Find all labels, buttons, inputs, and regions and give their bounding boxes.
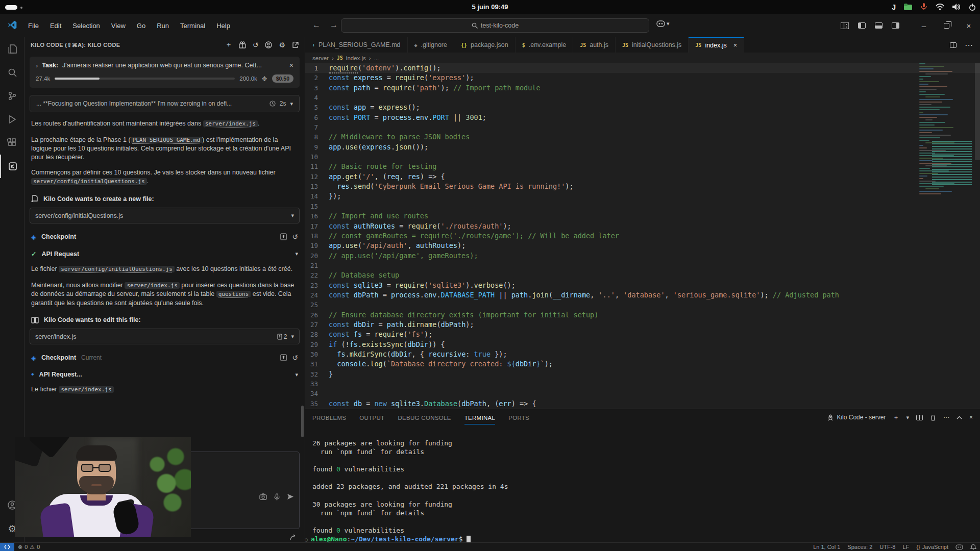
source-control-icon[interactable] — [0, 84, 24, 108]
menu-run[interactable]: Run — [151, 20, 175, 32]
code-line[interactable]: 15 — [305, 202, 980, 211]
code-line[interactable]: 6const PORT = process.env.PORT || 3001; — [305, 113, 980, 122]
kilo-settings-icon[interactable]: ⚙ — [279, 41, 285, 49]
api-request-row[interactable]: ✓ API Request ▾ — [24, 250, 305, 258]
code-line[interactable]: 1require('dotenv').config(); — [305, 63, 980, 73]
menu-help[interactable]: Help — [211, 20, 236, 32]
profile-icon[interactable] — [265, 41, 272, 48]
eol-sequence[interactable]: LF — [899, 543, 913, 551]
files-green-icon[interactable] — [904, 4, 912, 10]
code-line[interactable]: 13 res.send('Cyberpunk Email Serious Gam… — [305, 182, 980, 191]
tab-output[interactable]: OUTPUT — [359, 411, 384, 424]
code-line[interactable]: 12app.get('/', (req, res) => { — [305, 172, 980, 182]
terminal-instance-label[interactable]: Kilo Code - server — [827, 414, 886, 421]
editor-scrollbar[interactable] — [975, 63, 980, 160]
tab-problems[interactable]: PROBLEMS — [312, 411, 346, 424]
run-debug-icon[interactable] — [0, 108, 24, 131]
tab-plan-serious-game[interactable]: ⬇PLAN_SERIOUS_GAME.md — [305, 37, 408, 53]
code-line[interactable]: 25 — [305, 300, 980, 310]
customize-layout-icon[interactable] — [841, 22, 849, 29]
kilo-code-activity-icon[interactable] — [0, 155, 24, 178]
code-line[interactable]: 20// app.use('/api/game', gameRoutes); — [305, 251, 980, 261]
code-line[interactable]: 29if (!fs.existsSync(dbDir)) { — [305, 340, 980, 349]
condense-icon[interactable]: ✥ — [262, 75, 267, 83]
promotions-icon[interactable] — [239, 41, 246, 48]
terminal-output[interactable]: 26 packages are looking for funding run … — [312, 439, 975, 543]
forward-send-icon[interactable] — [290, 534, 298, 540]
tab-package-json[interactable]: {}package.json — [454, 37, 516, 53]
breadcrumb[interactable]: server › JS index.js › ... — [305, 53, 980, 63]
split-terminal-icon[interactable] — [916, 415, 923, 420]
code-line[interactable]: 22// Database setup — [305, 270, 980, 280]
app-j-icon[interactable]: J — [892, 3, 896, 11]
tab-index-js[interactable]: JSindex.js× — [689, 37, 744, 53]
chevron-down-icon[interactable]: ▾ — [906, 414, 909, 421]
code-line[interactable]: 14}); — [305, 191, 980, 201]
close-task-icon[interactable]: × — [289, 61, 293, 69]
cursor-position[interactable]: Ln 1, Col 1 — [810, 543, 844, 551]
split-editor-icon[interactable] — [950, 42, 957, 48]
remote-indicator[interactable] — [0, 543, 14, 551]
code-line[interactable]: 5const app = express(); — [305, 103, 980, 112]
close-panel-icon[interactable]: × — [969, 414, 973, 421]
code-line[interactable]: 7 — [305, 122, 980, 132]
indentation[interactable]: Spaces: 2 — [844, 543, 876, 551]
extensions-icon[interactable] — [0, 131, 24, 155]
tab-auth-js[interactable]: JSauth.js — [573, 37, 616, 53]
copilot-button[interactable]: ▾ — [656, 20, 670, 27]
edit-file-select[interactable]: server/index.js 2 ▾ — [30, 329, 300, 344]
kill-terminal-icon[interactable] — [930, 414, 936, 421]
toggle-sidebar-icon[interactable] — [858, 22, 866, 29]
code-line[interactable]: 33 — [305, 379, 980, 389]
language-mode[interactable]: {}JavaScript — [913, 543, 952, 551]
more-actions-icon[interactable]: ⋯ — [965, 40, 973, 50]
copilot-status-icon[interactable] — [952, 543, 967, 551]
menu-view[interactable]: View — [106, 20, 131, 32]
close-window-button[interactable]: × — [958, 14, 980, 37]
explorer-icon[interactable] — [0, 37, 24, 61]
code-line[interactable]: 23const sqlite3 = require('sqlite3').ver… — [305, 281, 980, 290]
code-editor[interactable]: 1require('dotenv').config();2const expre… — [305, 63, 980, 409]
menu-selection[interactable]: Selection — [67, 20, 105, 32]
screenshot-icon[interactable] — [259, 493, 267, 500]
open-external-icon[interactable] — [292, 42, 299, 48]
menu-terminal[interactable]: Terminal — [175, 20, 211, 32]
menu-edit[interactable]: Edit — [44, 20, 67, 32]
code-line[interactable]: 31 console.log(`Database directory creat… — [305, 359, 980, 369]
notifications-bell-icon[interactable] — [967, 543, 980, 551]
code-line[interactable]: 26// Ensure database directory exists (i… — [305, 310, 980, 320]
code-line[interactable]: 21 — [305, 261, 980, 270]
chat-scrollbar[interactable] — [301, 406, 304, 437]
code-line[interactable]: 3const path = require('path'); // Import… — [305, 83, 980, 93]
new-task-plus-icon[interactable]: ＋ — [225, 40, 232, 49]
restore-button[interactable] — [935, 14, 958, 37]
toggle-secondary-sidebar-icon[interactable] — [892, 22, 899, 29]
restore-checkpoint-icon[interactable]: ↺ — [292, 354, 298, 362]
more-actions-icon[interactable]: ⋯ — [943, 414, 949, 421]
minimize-button[interactable]: – — [913, 14, 935, 37]
tab-debug-console[interactable]: DEBUG CONSOLE — [398, 411, 451, 424]
code-line[interactable]: 24const dbPath = process.env.DATABASE_PA… — [305, 290, 980, 300]
search-sidebar-icon[interactable] — [0, 61, 24, 84]
code-line[interactable]: 9app.use(express.json()); — [305, 142, 980, 152]
back-icon[interactable]: ← — [312, 20, 321, 30]
code-line[interactable]: 19app.use('/api/auth', authRoutes); — [305, 241, 980, 251]
menu-go[interactable]: Go — [131, 20, 151, 32]
code-line[interactable]: 8// Middleware to parse JSON bodies — [305, 132, 980, 142]
code-line[interactable]: 32} — [305, 369, 980, 379]
code-line[interactable]: 11// Basic route for testing — [305, 162, 980, 171]
chevron-right-icon[interactable]: › — [36, 62, 38, 69]
code-line[interactable]: 28const fs = require('fs'); — [305, 330, 980, 339]
wifi-icon[interactable] — [936, 4, 944, 10]
code-line[interactable]: 16// Import and use routes — [305, 211, 980, 221]
os-clock[interactable]: 5 juin 09:49 — [0, 0, 980, 14]
close-tab-icon[interactable]: × — [733, 41, 738, 49]
tab-terminal[interactable]: TERMINAL — [464, 411, 496, 424]
code-line[interactable]: 2const express = require('express'); — [305, 73, 980, 83]
menu-file[interactable]: File — [22, 20, 44, 32]
reasoning-collapsed-row[interactable]: ... **Focusing on Question Implementatio… — [30, 95, 300, 112]
save-checkpoint-icon[interactable] — [280, 233, 287, 240]
chat-scroll-area[interactable]: › Task: J'aimerais réaliser une applicat… — [24, 53, 305, 425]
code-line[interactable]: 27const dbDir = path.dirname(dbPath); — [305, 320, 980, 330]
microphone-recording-icon[interactable] — [920, 3, 927, 11]
